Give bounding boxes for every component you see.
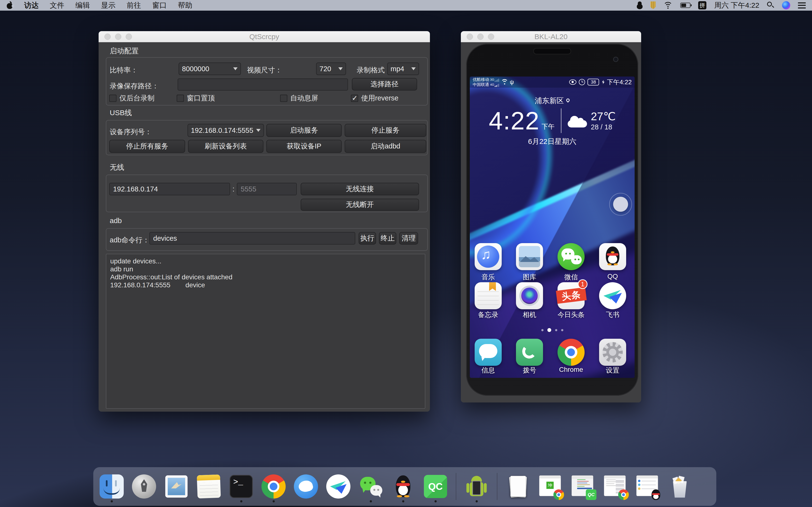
dock-item-qtcreator[interactable]: QC [423, 474, 448, 499]
video-size-combobox[interactable]: 720 [316, 62, 346, 75]
checkbox-box[interactable] [351, 95, 358, 102]
app-icon-dialer[interactable] [516, 339, 543, 366]
dock-item-launchpad[interactable] [132, 474, 156, 499]
start-adbd-button[interactable]: 启动adbd [345, 140, 426, 153]
menu-bar-clock[interactable]: 周六 下午4:22 [714, 0, 759, 10]
close-button[interactable] [104, 34, 111, 40]
get-device-ip-button[interactable]: 获取设备IP [266, 140, 342, 153]
adb-kill-button[interactable]: 终止 [379, 232, 396, 244]
app-icon-qq[interactable] [599, 243, 626, 270]
wireless-port-input[interactable] [237, 183, 297, 195]
start-service-button[interactable]: 启动服务 [266, 124, 342, 137]
spotlight-search-icon[interactable] [767, 2, 774, 9]
page-indicator[interactable] [470, 328, 635, 332]
checkbox-use-reverse[interactable]: 使用reverse [351, 94, 399, 103]
app-label: Chrome [551, 366, 592, 374]
input-method-icon[interactable]: 拼 [698, 1, 706, 9]
finder-icon [100, 474, 124, 499]
dock-item-qq[interactable] [391, 474, 415, 499]
assistive-touch-ball[interactable] [613, 197, 628, 212]
dock-item-terminal[interactable]: >_ [229, 474, 253, 499]
wifi-icon[interactable] [663, 2, 672, 9]
dock-item-minimized-chrome-window[interactable]: 坤 [538, 474, 562, 499]
battery-icon[interactable] [680, 3, 691, 8]
page-dot[interactable] [561, 329, 563, 331]
app-icon-settings[interactable] [599, 339, 626, 366]
zoom-button[interactable] [126, 34, 132, 40]
checkbox-background-record[interactable]: 仅后台录制 [109, 94, 154, 103]
notification-center-icon[interactable] [798, 2, 806, 8]
checkbox-window-on-top[interactable]: 窗口置顶 [176, 94, 215, 103]
dock-item-trash[interactable] [667, 474, 692, 499]
dock-item-chrome[interactable] [261, 474, 286, 499]
page-dot-active[interactable] [547, 328, 551, 332]
app-icon-feishu[interactable] [599, 282, 626, 309]
menu-item-view[interactable]: 显示 [101, 0, 115, 10]
checkbox-box[interactable] [176, 95, 184, 102]
app-icon-camera[interactable] [516, 282, 543, 309]
device-serial-combobox[interactable]: 192.168.0.174:5555 [188, 124, 264, 137]
chrome-blue-core [567, 348, 575, 356]
adb-command-input[interactable] [149, 232, 355, 244]
stop-all-services-button[interactable]: 停止所有服务 [109, 140, 185, 153]
minimize-button[interactable] [477, 34, 484, 40]
android-arm [466, 483, 469, 493]
record-path-input[interactable] [177, 78, 348, 91]
menu-item-go[interactable]: 前往 [126, 0, 141, 10]
app-icon-gallery[interactable] [516, 243, 543, 270]
checkbox-auto-screen-off[interactable]: 自动息屏 [280, 94, 318, 103]
dock-item-mail[interactable] [164, 474, 189, 499]
qq-status-icon[interactable] [637, 1, 643, 9]
apple-menu-icon[interactable] [6, 1, 13, 9]
app-icon-notes[interactable] [475, 282, 502, 309]
app-icon-wechat[interactable] [558, 243, 585, 270]
wireless-connect-button[interactable]: 无线连接 [301, 183, 419, 195]
menu-item-window[interactable]: 窗口 [152, 0, 167, 10]
minimize-button[interactable] [115, 34, 121, 40]
qtscrcpy-body: 启动配置 比特率： 8000000 视频尺寸： 720 录制格式： mp4 录像… [99, 42, 430, 412]
app-icon-toutiao[interactable]: 头条 1 [558, 282, 585, 309]
page-dot[interactable] [555, 329, 557, 331]
adb-run-button[interactable]: 执行 [359, 232, 376, 244]
adb-clear-button[interactable]: 清理 [399, 232, 418, 244]
dock-item-feishu[interactable] [326, 474, 350, 499]
app-icon-messages[interactable] [475, 339, 502, 366]
dock-item-seal-app[interactable] [294, 474, 318, 499]
dock-item-finder[interactable] [100, 474, 124, 499]
close-button[interactable] [467, 34, 473, 40]
dock-item-minimized-qtcreator-window[interactable]: QC [570, 474, 595, 499]
phone-titlebar[interactable]: BKL-AL20 [461, 31, 641, 42]
wireless-ip-input[interactable] [109, 183, 230, 195]
app-icon-chrome[interactable] [558, 339, 585, 366]
wireless-disconnect-button[interactable]: 无线断开 [301, 199, 419, 211]
qtscrcpy-titlebar[interactable]: QtScrcpy [99, 31, 430, 42]
refresh-device-list-button[interactable]: 刷新设备列表 [188, 140, 263, 153]
gold-shield-icon[interactable] [650, 1, 656, 9]
page-dot[interactable] [541, 329, 544, 331]
phone-screen[interactable]: 优酷移动 3G 中国联通 4G ψ [470, 76, 635, 378]
record-format-combobox[interactable]: mp4 [387, 62, 419, 75]
bitrate-combobox[interactable]: 8000000 [179, 62, 241, 75]
menu-item-finder[interactable]: 访达 [24, 0, 39, 10]
checkbox-box[interactable] [109, 95, 116, 102]
checkbox-box[interactable] [280, 95, 287, 102]
dock-item-scrcpy-android[interactable] [464, 474, 489, 499]
app-icon-music[interactable]: ♫ [475, 243, 502, 270]
menu-item-help[interactable]: 帮助 [178, 0, 192, 10]
menu-item-edit[interactable]: 编辑 [75, 0, 90, 10]
dock-item-notes[interactable] [197, 474, 221, 499]
siri-icon[interactable] [782, 1, 790, 9]
dock-item-minimized-chrome-window-2[interactable] [603, 474, 627, 499]
clock-widget[interactable]: 浦东新区 4:22 下午 27℃ 28 / 1 [470, 96, 635, 147]
device-serial-value: 192.168.0.174:5555 [191, 126, 253, 134]
zoom-button[interactable] [488, 34, 494, 40]
dock-item-documents-stack[interactable] [506, 474, 530, 499]
menu-item-file[interactable]: 文件 [50, 0, 64, 10]
choose-path-button[interactable]: 选择路径 [352, 78, 417, 91]
weather-block[interactable]: 27℃ 28 / 18 [568, 111, 616, 131]
adb-console-output[interactable]: update devices... adb run AdbProcess::ou… [106, 254, 425, 409]
dock-item-wechat[interactable] [359, 474, 383, 499]
chrome-icon [261, 474, 286, 499]
dock-item-minimized-qq-window[interactable] [635, 474, 659, 499]
stop-service-button[interactable]: 停止服务 [345, 124, 426, 137]
